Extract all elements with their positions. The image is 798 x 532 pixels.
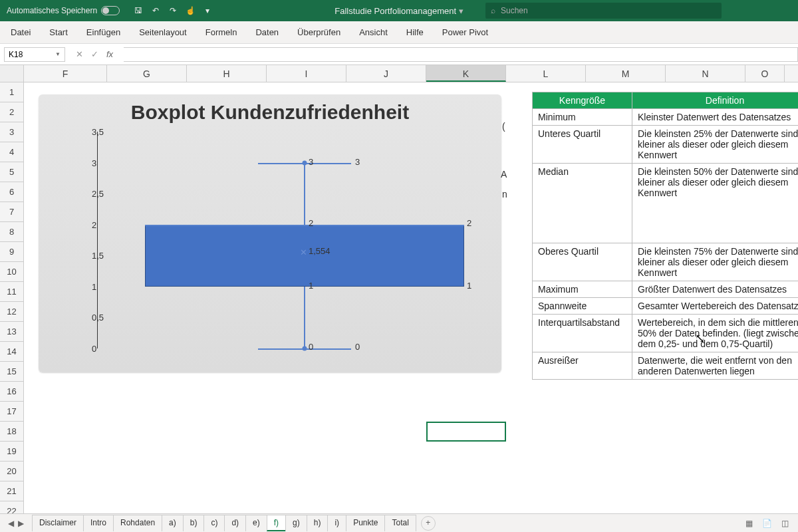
row-header[interactable]: 5 xyxy=(0,162,23,182)
table-row: MinimumKleinster Datenwert des Datensatz… xyxy=(533,109,799,126)
search-placeholder: Suchen xyxy=(501,6,528,15)
select-all-corner[interactable] xyxy=(0,65,24,82)
chevron-down-icon[interactable]: ▼ xyxy=(55,51,61,57)
tab-datei[interactable]: Datei xyxy=(8,23,33,41)
chevron-down-icon[interactable]: ▾ xyxy=(202,5,213,16)
redo-icon[interactable]: ↷ xyxy=(168,5,178,16)
tab-daten[interactable]: Daten xyxy=(253,23,281,41)
autosave-toggle[interactable]: Automatisches Speichern xyxy=(0,6,126,15)
cells-area[interactable]: ( A n Boxplot Kundenzufriedenheit 0 0,5 … xyxy=(24,82,798,513)
sheet-tab-d[interactable]: d) xyxy=(224,515,246,531)
touch-icon[interactable]: ☝ xyxy=(185,5,196,16)
col-header-i[interactable]: I xyxy=(267,65,346,82)
row-header[interactable]: 3 xyxy=(0,122,23,142)
view-page-icon[interactable]: 📄 xyxy=(762,519,772,528)
sheet-tabs: Disclaimer Intro Rohdaten a) b) c) d) e)… xyxy=(32,515,416,531)
data-label: 1 xyxy=(309,281,313,291)
row-header[interactable]: 4 xyxy=(0,142,23,162)
y-tick-label: 2,5 xyxy=(92,189,484,199)
sheet-tab-total[interactable]: Total xyxy=(384,515,416,531)
row-header[interactable]: 10 xyxy=(0,262,23,282)
name-box[interactable]: K18 ▼ xyxy=(4,47,65,62)
tab-einfuegen[interactable]: Einfügen xyxy=(84,23,123,41)
data-label: 2 xyxy=(467,218,471,228)
col-header-m[interactable]: M xyxy=(586,65,666,82)
sheet-tab-punkte[interactable]: Punkte xyxy=(346,515,385,531)
row-header[interactable]: 11 xyxy=(0,282,23,302)
title-bar: Automatisches Speichern 🖫 ↶ ↷ ☝ ▾ Fallst… xyxy=(0,0,798,21)
row-header[interactable]: 8 xyxy=(0,222,23,242)
cancel-icon[interactable]: ✕ xyxy=(76,49,83,59)
col-header-h[interactable]: H xyxy=(187,65,267,82)
view-normal-icon[interactable]: ▦ xyxy=(745,519,753,528)
tab-ueberpruefen[interactable]: Überprüfen xyxy=(295,23,343,41)
sheet-tab-c[interactable]: c) xyxy=(203,515,225,531)
row-header[interactable]: 14 xyxy=(0,342,23,362)
undo-icon[interactable]: ↶ xyxy=(150,5,161,16)
col-header-o[interactable]: O xyxy=(745,65,785,82)
row-header[interactable]: 6 xyxy=(0,182,23,202)
sheet-tab-g[interactable]: g) xyxy=(285,515,307,531)
sheet-tab-disclaimer[interactable]: Disclaimer xyxy=(32,515,84,531)
chart-plot-area: 0 0,5 1 1,5 2 2,5 3 3,5 xyxy=(65,132,491,364)
col-header-n[interactable]: N xyxy=(666,65,745,82)
save-icon[interactable]: 🖫 xyxy=(133,5,144,16)
row-header[interactable]: 21 xyxy=(0,481,23,501)
row-header[interactable]: 15 xyxy=(0,362,23,382)
sheet-tab-i[interactable]: i) xyxy=(327,515,346,531)
tab-formeln[interactable]: Formeln xyxy=(203,23,240,41)
fx-icon[interactable]: fx xyxy=(106,49,113,59)
tab-seitenlayout[interactable]: Seitenlayout xyxy=(136,23,190,41)
col-header-l[interactable]: L xyxy=(506,65,586,82)
row-header[interactable]: 12 xyxy=(0,302,23,322)
cell-text: ( xyxy=(502,121,505,132)
row-header[interactable]: 9 xyxy=(0,242,23,262)
sheet-tab-e[interactable]: e) xyxy=(245,515,267,531)
row-header[interactable]: 2 xyxy=(0,102,23,122)
add-sheet-button[interactable]: + xyxy=(421,516,436,531)
row-header[interactable]: 17 xyxy=(0,402,23,422)
sheet-tab-a[interactable]: a) xyxy=(162,515,184,531)
tab-hilfe[interactable]: Hilfe xyxy=(404,23,426,41)
data-label: 3 xyxy=(309,157,313,167)
search-input[interactable]: ⌕ Suchen xyxy=(485,3,722,19)
ribbon-tabs: Datei Start Einfügen Seitenlayout Formel… xyxy=(0,21,798,44)
table-row: Unteres QuartilDie kleinsten 25% der Dat… xyxy=(533,126,799,164)
row-header[interactable]: 13 xyxy=(0,322,23,342)
col-header-k[interactable]: K xyxy=(426,65,506,82)
row-header[interactable]: 19 xyxy=(0,442,23,462)
formula-input[interactable] xyxy=(124,47,798,62)
tab-ansicht[interactable]: Ansicht xyxy=(356,23,390,41)
toggle-off-icon[interactable] xyxy=(101,6,120,15)
active-cell[interactable] xyxy=(426,422,506,442)
whisker-dot xyxy=(303,161,307,166)
row-header[interactable]: 18 xyxy=(0,422,23,442)
row-header[interactable]: 1 xyxy=(0,82,23,102)
quick-access-toolbar: 🖫 ↶ ↷ ☝ ▾ xyxy=(126,5,219,16)
tab-powerpivot[interactable]: Power Pivot xyxy=(440,23,491,41)
sheet-tab-f[interactable]: f) xyxy=(267,515,286,531)
view-break-icon[interactable]: ◫ xyxy=(781,519,789,528)
row-header[interactable]: 20 xyxy=(0,462,23,481)
sheet-tab-rohdaten[interactable]: Rohdaten xyxy=(113,515,162,531)
tab-nav-prev-icon[interactable]: ◀ xyxy=(8,519,14,528)
tab-nav-next-icon[interactable]: ▶ xyxy=(18,519,24,528)
col-header-j[interactable]: J xyxy=(346,65,426,82)
chart-object[interactable]: Boxplot Kundenzufriedenheit 0 0,5 1 1,5 … xyxy=(39,94,501,372)
col-header-g[interactable]: G xyxy=(107,65,187,82)
whisker-dot xyxy=(303,346,307,351)
sheet-tab-h[interactable]: h) xyxy=(307,515,329,531)
confirm-icon[interactable]: ✓ xyxy=(91,49,98,59)
col-header-f[interactable]: F xyxy=(24,65,107,82)
def-header-kenngroesse: Kenngröße xyxy=(533,92,632,109)
tab-start[interactable]: Start xyxy=(47,23,70,41)
sheet-tab-intro[interactable]: Intro xyxy=(83,515,114,531)
y-tick-label: 3,5 xyxy=(92,127,484,137)
sheet-tab-b[interactable]: b) xyxy=(183,515,205,531)
row-header[interactable]: 16 xyxy=(0,382,23,402)
table-row: MedianDie kleinsten 50% der Datenwerte s… xyxy=(533,164,799,243)
data-label: 0 xyxy=(309,342,313,352)
row-header[interactable]: 7 xyxy=(0,202,23,222)
document-title[interactable]: Fallstudie Portfoliomanagement ▾ xyxy=(334,6,463,16)
data-label: 3 xyxy=(355,157,360,167)
